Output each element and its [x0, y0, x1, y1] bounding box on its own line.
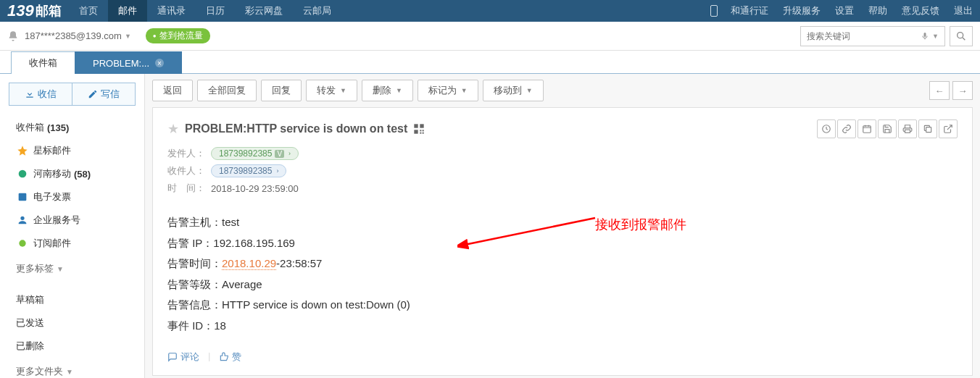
phone-icon[interactable] — [705, 0, 723, 22]
receive-label: 收信 — [38, 88, 57, 101]
replyall-button[interactable]: 全部回复 — [197, 80, 257, 101]
content-area: 返回 全部回复 回复 转发▼ 删除▼ 标记为▼ 移动到▼ ← → ★ PROBL… — [145, 74, 980, 378]
chevron-right-icon: › — [288, 150, 291, 157]
topright-help[interactable]: 帮助 — [861, 0, 894, 22]
verified-badge: V — [275, 150, 284, 158]
folder-sent[interactable]: 已发送 — [0, 311, 144, 335]
print-icon[interactable] — [898, 119, 917, 138]
svg-rect-7 — [415, 130, 418, 133]
signin-badge[interactable]: 签到抢流量 — [146, 28, 210, 43]
receive-button[interactable]: 收信 — [9, 83, 72, 106]
time-value: 2018-10-29 23:59:00 — [211, 183, 299, 194]
chevron-down-icon[interactable]: ▼ — [932, 33, 939, 40]
search-button[interactable] — [950, 26, 973, 46]
nav-contacts[interactable]: 通讯录 — [147, 0, 196, 22]
tab-inbox[interactable]: 收件箱 — [11, 51, 75, 74]
logo[interactable]: 139 邮箱 — [0, 1, 69, 20]
more-tags[interactable]: 更多标签 ▼ — [0, 255, 144, 280]
svg-rect-11 — [423, 133, 424, 134]
event-label: 事件 ID： — [167, 319, 214, 332]
star-toggle[interactable]: ★ — [167, 121, 179, 137]
save-icon[interactable] — [878, 119, 897, 138]
topright-upgrade[interactable]: 升级服务 — [776, 0, 828, 22]
meta-sender: 发件人： 18739892385 V › — [167, 147, 958, 160]
folder-inbox[interactable]: 收件箱 (135) — [0, 116, 144, 139]
next-mail-button[interactable]: → — [952, 81, 973, 100]
main-layout: 收信 写信 收件箱 (135) 星标邮件 河南移动 (58) — [0, 74, 980, 378]
nav-calendar[interactable]: 日历 — [196, 0, 235, 22]
topright-settings[interactable]: 设置 — [828, 0, 861, 22]
clock-icon[interactable] — [817, 119, 836, 138]
level-label: 告警等级： — [167, 278, 222, 290]
newwindow-icon[interactable] — [939, 119, 958, 138]
folder-label: 星标邮件 — [33, 144, 71, 157]
folder-label: 河南移动 — [33, 167, 71, 180]
logo-text: 邮箱 — [36, 2, 62, 20]
svg-point-4 — [19, 240, 25, 246]
recipient-pill[interactable]: 18739892385 › — [211, 164, 286, 177]
ip-label: 告警 IP： — [167, 237, 213, 249]
tab-label: PROBLEM:... — [93, 58, 149, 69]
user-email-dropdown[interactable]: 187****2385@139.com ▼ — [25, 30, 131, 41]
prev-mail-button[interactable]: ← — [929, 81, 950, 100]
like-button[interactable]: 赞 — [219, 350, 241, 364]
nav-cloud[interactable]: 彩云网盘 — [235, 0, 293, 22]
folder-henan[interactable]: 河南移动 (58) — [0, 162, 144, 185]
comment-label: 评论 — [180, 350, 199, 364]
nav-home[interactable]: 首页 — [69, 0, 108, 22]
tab-close-button[interactable]: × — [155, 59, 164, 67]
info-value: HTTP service is down on test:Down (0) — [222, 298, 410, 311]
alarm-time-rest: -23:58:57 — [276, 257, 322, 269]
more-folders-label: 更多文件夹 — [16, 365, 63, 378]
forward-button[interactable]: 转发▼ — [306, 80, 357, 101]
user-email-text: 187****2385@139.com — [25, 30, 122, 41]
chevron-down-icon: ▼ — [340, 87, 346, 94]
btn-label: 移动到 — [494, 84, 522, 97]
sender-pill[interactable]: 18739892385 V › — [211, 147, 299, 160]
tab-problem[interactable]: PROBLEM:... × — [75, 51, 182, 74]
subscription-icon — [16, 237, 29, 250]
folder-label: 电子发票 — [33, 190, 71, 203]
svg-rect-5 — [415, 124, 418, 127]
back-button[interactable]: 返回 — [152, 80, 193, 101]
topright-passport[interactable]: 和通行证 — [723, 0, 776, 22]
event-value: 18 — [214, 319, 226, 332]
nav-post[interactable]: 云邮局 — [293, 0, 341, 22]
link-icon[interactable] — [837, 119, 856, 138]
bell-icon[interactable] — [7, 30, 19, 42]
sender-value: 18739892385 — [219, 148, 272, 159]
compose-button[interactable]: 写信 — [72, 83, 136, 106]
more-folders[interactable]: 更多文件夹 ▼ — [0, 358, 144, 378]
search-box: ▼ — [800, 26, 945, 46]
reply-button[interactable]: 回复 — [261, 80, 302, 101]
qr-icon[interactable] — [413, 123, 425, 135]
comment-button[interactable]: 评论 — [167, 350, 199, 364]
copy-icon[interactable] — [918, 119, 937, 138]
folder-trash[interactable]: 已删除 — [0, 335, 144, 358]
recipient-value: 18739892385 — [219, 166, 272, 176]
alarm-date-link[interactable]: 2018.10.29 — [222, 257, 276, 270]
chevron-down-icon: ▼ — [125, 33, 131, 40]
delete-button[interactable]: 删除▼ — [362, 80, 413, 101]
search-input[interactable] — [807, 31, 921, 41]
folder-corp[interactable]: 企业服务号 — [0, 209, 144, 232]
topright-logout[interactable]: 退出 — [947, 0, 980, 22]
top-bar: 139 邮箱 首页 邮件 通讯录 日历 彩云网盘 云邮局 和通行证 升级服务 设… — [0, 0, 980, 22]
nav-mail[interactable]: 邮件 — [108, 0, 147, 22]
folder-drafts[interactable]: 草稿箱 — [0, 288, 144, 311]
chevron-down-icon: ▼ — [66, 368, 73, 376]
folder-starred[interactable]: 星标邮件 — [0, 139, 144, 162]
move-button[interactable]: 移动到▼ — [483, 80, 544, 101]
folder-subscription[interactable]: 订阅邮件 — [0, 232, 144, 255]
chevron-down-icon: ▼ — [461, 87, 468, 94]
chevron-down-icon: ▼ — [526, 87, 533, 94]
mic-icon[interactable] — [921, 30, 929, 42]
mark-button[interactable]: 标记为▼ — [418, 80, 478, 101]
schedule-icon[interactable] — [858, 119, 876, 138]
svg-rect-14 — [905, 130, 910, 133]
compose-label: 写信 — [101, 88, 120, 101]
alarm-time-label: 告警时间： — [167, 257, 222, 269]
svg-rect-3 — [19, 193, 27, 201]
topright-feedback[interactable]: 意见反馈 — [894, 0, 947, 22]
folder-invoice[interactable]: 电子发票 — [0, 185, 144, 209]
